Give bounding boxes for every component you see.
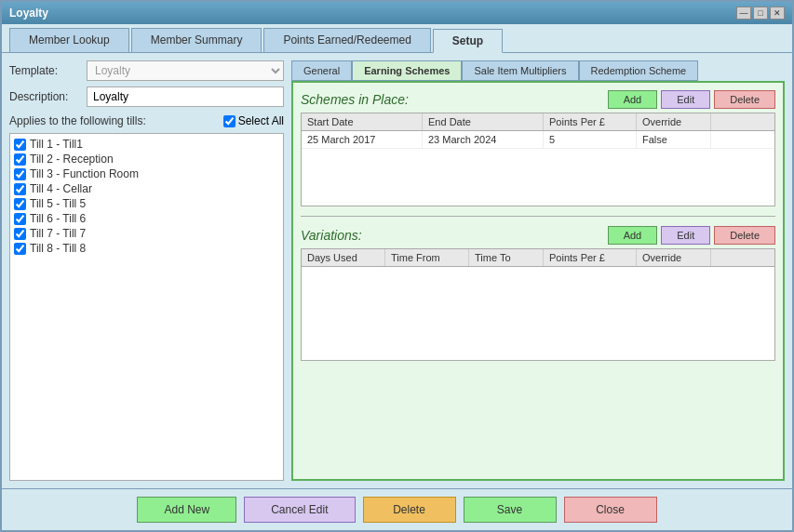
variations-col-points: Points Per £ — [544, 249, 637, 266]
window-title: Loyalty — [9, 7, 48, 20]
schemes-table: Start Date End Date Points Per £ Overrid… — [301, 113, 775, 206]
variations-buttons: Add Edit Delete — [608, 226, 775, 245]
list-item: Till 6 - Till 6 — [14, 212, 279, 225]
tab-general[interactable]: General — [291, 60, 352, 81]
tab-member-lookup[interactable]: Member Lookup — [9, 28, 129, 52]
left-panel: Template: Loyalty Description: Applies t… — [9, 60, 284, 481]
delete-button[interactable]: Delete — [363, 497, 456, 523]
variations-title: Variations: — [301, 228, 362, 243]
variations-delete-button[interactable]: Delete — [714, 226, 775, 245]
till4-label: Till 4 - Cellar — [30, 182, 92, 195]
cancel-edit-button[interactable]: Cancel Edit — [244, 497, 355, 523]
save-button[interactable]: Save — [464, 497, 557, 523]
bottom-bar: Add New Cancel Edit Delete Save Close — [2, 488, 792, 530]
till5-checkbox[interactable] — [14, 198, 26, 210]
tab-member-summary[interactable]: Member Summary — [131, 28, 262, 52]
list-item: Till 4 - Cellar — [14, 182, 279, 195]
scheme-start-date: 25 March 2017 — [302, 131, 423, 148]
list-item: Till 8 - Till 8 — [14, 242, 279, 255]
till7-checkbox[interactable] — [14, 228, 26, 240]
template-select[interactable]: Loyalty — [87, 60, 284, 81]
close-button[interactable]: Close — [564, 497, 657, 523]
tab-sale-item-multipliers[interactable]: Sale Item Multipliers — [462, 60, 578, 81]
description-input[interactable] — [87, 86, 284, 107]
schemes-edit-button[interactable]: Edit — [661, 90, 710, 109]
till6-checkbox[interactable] — [14, 213, 26, 225]
variations-col-to: Time To — [469, 249, 544, 266]
select-all-label: Select All — [238, 114, 284, 127]
title-bar-controls: — □ ✕ — [736, 7, 785, 20]
till8-label: Till 8 - Till 8 — [30, 242, 86, 255]
template-label: Template: — [9, 64, 79, 77]
title-bar: Loyalty — □ ✕ — [2, 2, 792, 24]
main-tabs-row: Member Lookup Member Summary Points Earn… — [2, 24, 792, 52]
section-divider — [301, 216, 775, 217]
select-all-area: Select All — [223, 114, 284, 127]
variations-table-body — [302, 267, 774, 360]
tab-earning-schemes[interactable]: Earning Schemes — [352, 60, 462, 81]
description-label: Description: — [9, 90, 79, 103]
variations-col-from: Time From — [385, 249, 469, 266]
right-panel: General Earning Schemes Sale Item Multip… — [291, 60, 785, 481]
scheme-panel: Schemes in Place: Add Edit Delete Start … — [291, 81, 785, 481]
tab-redemption-scheme[interactable]: Redemption Scheme — [579, 60, 699, 81]
schemes-in-place-section: Schemes in Place: Add Edit Delete Start … — [301, 90, 775, 206]
variations-col-override: Override — [637, 249, 711, 266]
main-content: Template: Loyalty Description: Applies t… — [9, 60, 785, 481]
schemes-col-points: Points Per £ — [544, 113, 637, 130]
sub-tabs-row: General Earning Schemes Sale Item Multip… — [291, 60, 785, 81]
list-item: Till 2 - Reception — [14, 153, 279, 166]
till7-label: Till 7 - Till 7 — [30, 227, 86, 240]
applies-label: Applies to the following tills: — [9, 114, 146, 127]
scheme-points: 5 — [544, 131, 637, 148]
variations-table: Days Used Time From Time To Points Per £… — [301, 248, 775, 361]
select-all-checkbox[interactable] — [223, 115, 236, 127]
scheme-override: False — [637, 131, 711, 148]
variations-add-button[interactable]: Add — [608, 226, 658, 245]
tab-setup[interactable]: Setup — [433, 29, 503, 53]
till2-checkbox[interactable] — [14, 153, 26, 166]
minimize-button[interactable]: — — [736, 7, 751, 20]
list-item: Till 5 - Till 5 — [14, 197, 279, 210]
till1-label: Till 1 - Till1 — [30, 138, 83, 151]
list-item: Till 1 - Till1 — [14, 138, 279, 151]
variations-table-header: Days Used Time From Time To Points Per £… — [302, 249, 774, 267]
till6-label: Till 6 - Till 6 — [30, 212, 86, 225]
schemes-add-button[interactable]: Add — [608, 90, 658, 109]
variations-section: Variations: Add Edit Delete Days Used Ti… — [301, 226, 775, 361]
tab-points-earned[interactable]: Points Earned/Redeemed — [263, 28, 430, 52]
till8-checkbox[interactable] — [14, 243, 26, 255]
template-row: Template: Loyalty — [9, 60, 284, 81]
schemes-col-end: End Date — [423, 113, 544, 130]
variations-edit-button[interactable]: Edit — [661, 226, 710, 245]
close-window-button[interactable]: ✕ — [770, 7, 785, 20]
scheme-end-date: 23 March 2024 — [423, 131, 544, 148]
till5-label: Till 5 - Till 5 — [30, 197, 86, 210]
till2-label: Till 2 - Reception — [30, 153, 114, 166]
table-row[interactable]: 25 March 2017 23 March 2024 5 False — [302, 131, 774, 149]
schemes-section-header: Schemes in Place: Add Edit Delete — [301, 90, 775, 109]
tills-list: Till 1 - Till1 Till 2 - Reception Till 3… — [9, 133, 284, 481]
description-row: Description: — [9, 86, 284, 107]
list-item: Till 7 - Till 7 — [14, 227, 279, 240]
schemes-delete-button[interactable]: Delete — [714, 90, 775, 109]
till3-checkbox[interactable] — [14, 168, 26, 180]
add-new-button[interactable]: Add New — [137, 497, 236, 523]
schemes-table-body: 25 March 2017 23 March 2024 5 False — [302, 131, 774, 206]
schemes-table-header: Start Date End Date Points Per £ Overrid… — [302, 113, 774, 131]
till4-checkbox[interactable] — [14, 183, 26, 195]
list-item: Till 3 - Function Room — [14, 167, 279, 180]
variations-col-days: Days Used — [302, 249, 385, 266]
variations-section-header: Variations: Add Edit Delete — [301, 226, 775, 245]
maximize-button[interactable]: □ — [753, 7, 768, 20]
till3-label: Till 3 - Function Room — [30, 167, 139, 180]
schemes-title: Schemes in Place: — [301, 92, 409, 107]
applies-header: Applies to the following tills: Select A… — [9, 114, 284, 127]
main-window: Loyalty — □ ✕ Member Lookup Member Summa… — [0, 0, 794, 532]
till1-checkbox[interactable] — [14, 139, 26, 151]
content-area: Template: Loyalty Description: Applies t… — [2, 52, 792, 488]
schemes-buttons: Add Edit Delete — [608, 90, 775, 109]
schemes-col-override: Override — [637, 113, 711, 130]
schemes-col-start: Start Date — [302, 113, 423, 130]
